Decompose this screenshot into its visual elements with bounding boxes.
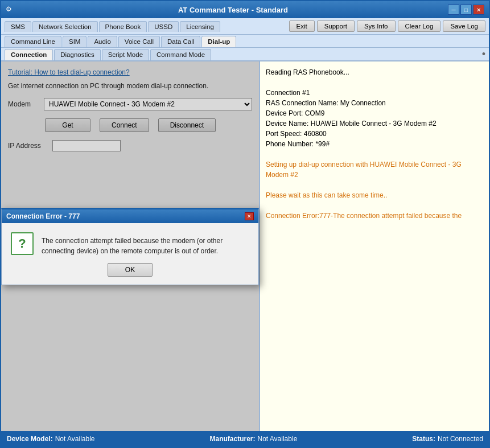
modal-overlay: Connection Error - 777 ✕ ? The connectio…	[1, 61, 259, 431]
log-connection-num: Connection #1	[266, 89, 310, 97]
tab-dial-up[interactable]: Dial-up	[201, 36, 236, 47]
window-title: AT Command Tester - Standard	[18, 6, 448, 14]
app-icon: ⚙	[6, 5, 15, 14]
log-please-wait: Please wait as this can take some time..	[266, 191, 387, 199]
dialog-close-button[interactable]: ✕	[245, 212, 254, 220]
status-value: Not Connected	[438, 435, 483, 443]
tab-ussd[interactable]: USSD	[148, 21, 179, 32]
subtabs-row2: Connection Diagnostics Script Mode Comma…	[1, 48, 489, 61]
clear-log-button[interactable]: Clear Log	[398, 20, 441, 32]
main-tabs: SMS Network Selection Phone Book USSD Li…	[5, 21, 220, 32]
status-item: Status: Not Connected	[412, 435, 483, 443]
dot-separator: •	[482, 49, 485, 60]
dialog-message: The connection attempt failed because th…	[42, 232, 249, 256]
close-button[interactable]: ✕	[473, 5, 484, 15]
subtabs-row1: Command Line SIM Audio Voice Call Data C…	[1, 35, 489, 48]
tab-phone-book[interactable]: Phone Book	[99, 21, 147, 32]
dialog-title-bar: Connection Error - 777 ✕	[2, 209, 258, 223]
manufacturer-value: Not Available	[257, 435, 297, 443]
tab-audio[interactable]: Audio	[88, 36, 117, 47]
device-model-value: Not Available	[55, 435, 95, 443]
tab-data-call[interactable]: Data Call	[161, 36, 200, 47]
log-device-port: Device Port: COM9	[266, 109, 324, 117]
left-panel: Tutorial: How to test dial-up connection…	[1, 61, 260, 431]
dialog-title: Connection Error - 777	[6, 212, 80, 220]
status-label: Status:	[412, 435, 435, 443]
log-port-speed: Port Speed: 460800	[266, 130, 327, 138]
log-setting-up: Setting up dial-up connection with HUAWE…	[266, 161, 462, 179]
tab-licensing[interactable]: Licensing	[180, 21, 220, 32]
tab-sms[interactable]: SMS	[5, 21, 31, 32]
main-content: Tutorial: How to test dial-up connection…	[1, 61, 489, 431]
status-bar: Device Model: Not Available Manufacturer…	[1, 431, 489, 447]
action-buttons: Exit Support Sys Info Clear Log Save Log	[289, 20, 486, 32]
main-window: ⚙ AT Command Tester - Standard ─ □ ✕ SMS…	[0, 0, 490, 448]
dialog-footer: OK	[2, 263, 258, 285]
error-dialog: Connection Error - 777 ✕ ? The connectio…	[1, 208, 259, 285]
maximize-button[interactable]: □	[460, 5, 472, 15]
dialog-body: ? The connection attempt failed because …	[2, 223, 258, 263]
support-button[interactable]: Support	[317, 20, 355, 32]
log-connection-error: Connection Error:777-The connection atte…	[266, 212, 462, 220]
tab-network-selection[interactable]: Network Selection	[32, 21, 98, 32]
manufacturer-label: Manufacturer:	[209, 435, 255, 443]
toolbar: SMS Network Selection Phone Book USSD Li…	[1, 18, 489, 35]
tab-diagnostics[interactable]: Diagnostics	[54, 49, 100, 60]
log-reading: Reading RAS Phonebook...	[266, 68, 349, 76]
device-model-label: Device Model:	[7, 435, 53, 443]
tab-sim[interactable]: SIM	[63, 36, 87, 47]
save-log-button[interactable]: Save Log	[443, 20, 485, 32]
tab-connection[interactable]: Connection	[5, 49, 53, 60]
exit-button[interactable]: Exit	[289, 20, 315, 32]
log-device-name: Device Name: HUAWEI Mobile Connect - 3G …	[266, 120, 437, 128]
sys-info-button[interactable]: Sys Info	[357, 20, 396, 32]
tab-command-mode[interactable]: Command Mode	[150, 49, 211, 60]
ok-button[interactable]: OK	[108, 263, 153, 277]
tab-voice-call[interactable]: Voice Call	[118, 36, 160, 47]
window-controls: ─ □ ✕	[448, 5, 484, 15]
tab-script-mode[interactable]: Script Mode	[102, 49, 149, 60]
manufacturer-item: Manufacturer: Not Available	[209, 435, 297, 443]
log-panel: Reading RAS Phonebook... Connection #1 R…	[260, 61, 489, 431]
log-ras-name: RAS Connection Name: My Connection	[266, 99, 386, 107]
tab-command-line[interactable]: Command Line	[5, 36, 61, 47]
device-model-item: Device Model: Not Available	[7, 435, 95, 443]
log-phone-number: Phone Number: *99#	[266, 140, 330, 148]
title-bar: ⚙ AT Command Tester - Standard ─ □ ✕	[1, 1, 489, 18]
minimize-button[interactable]: ─	[448, 5, 459, 15]
dialog-icon: ?	[11, 232, 34, 255]
